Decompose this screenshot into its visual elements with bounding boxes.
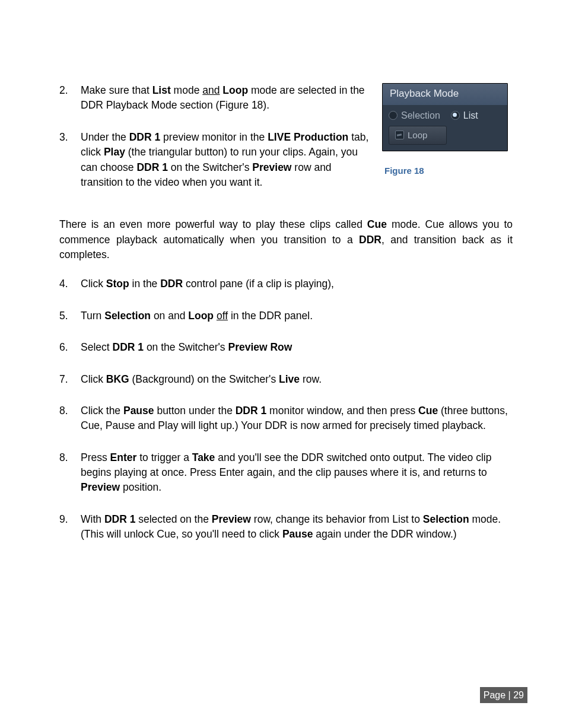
item-number: 4. <box>59 276 81 291</box>
list-item-2: 2. Make sure that List mode and Loop mod… <box>59 83 369 113</box>
item-number: 8. <box>59 450 81 495</box>
top-row: 2. Make sure that List mode and Loop mod… <box>59 83 513 206</box>
playback-mode-panel: Playback Mode Selection List Loop <box>382 83 508 151</box>
figure-column: Playback Mode Selection List Loop <box>382 83 513 177</box>
top-text-col: 2. Make sure that List mode and Loop mod… <box>59 83 369 206</box>
item-number: 3. <box>59 130 81 190</box>
item-number: 2. <box>59 83 81 113</box>
sub-list: 8. Press Enter to trigger a Take and you… <box>59 450 513 542</box>
item-number: 6. <box>59 340 81 355</box>
item-body: Press Enter to trigger a Take and you'll… <box>81 450 513 495</box>
sub-item-8: 8. Press Enter to trigger a Take and you… <box>59 450 513 495</box>
document-page: 2. Make sure that List mode and Loop mod… <box>0 0 566 728</box>
sub-item-9: 9. With DDR 1 selected on the Preview ro… <box>59 512 513 542</box>
list-item-5: 5. Turn Selection on and Loop off in the… <box>59 309 513 323</box>
list-item-6: 6. Select DDR 1 on the Switcher's Previe… <box>59 340 513 355</box>
list-item-3: 3. Under the DDR 1 preview monitor in th… <box>59 130 369 190</box>
panel-title: Playback Mode <box>383 84 507 105</box>
list-top: 2. Make sure that List mode and Loop mod… <box>59 83 369 190</box>
item-body: Turn Selection on and Loop off in the DD… <box>81 309 513 323</box>
item-body: Under the DDR 1 preview monitor in the L… <box>81 130 369 190</box>
item-body: Click the Pause button under the DDR 1 m… <box>81 403 513 434</box>
radio-label: Selection <box>401 109 440 122</box>
item-body: With DDR 1 selected on the Preview row, … <box>81 512 513 542</box>
figure-caption: Figure 18 <box>384 164 513 177</box>
item-number: 7. <box>59 372 81 387</box>
list-item-8: 8. Click the Pause button under the DDR … <box>59 403 513 434</box>
list-item-7: 7. Click BKG (Background) on the Switche… <box>59 372 513 387</box>
radio-selection[interactable]: Selection <box>389 109 440 122</box>
list-item-4: 4. Click Stop in the DDR control pane (i… <box>59 276 513 291</box>
list-mid: 4. Click Stop in the DDR control pane (i… <box>59 276 513 433</box>
page-footer: Page | 29 <box>480 687 527 703</box>
cue-paragraph: There is an even more powerful way to pl… <box>59 217 513 262</box>
item-number: 8. <box>59 403 81 434</box>
item-number: 9. <box>59 512 81 542</box>
radio-icon <box>451 111 460 120</box>
item-number: 5. <box>59 309 81 323</box>
item-body: Make sure that List mode and Loop mode a… <box>81 83 369 113</box>
loop-label: Loop <box>408 129 427 142</box>
loop-toggle[interactable]: Loop <box>389 126 447 145</box>
panel-row-loop: Loop <box>383 126 507 151</box>
item-body: Select DDR 1 on the Switcher's Preview R… <box>81 340 513 355</box>
panel-row-modes: Selection List <box>383 105 507 126</box>
item-body: Click BKG (Background) on the Switcher's… <box>81 372 513 387</box>
radio-label: List <box>463 109 478 122</box>
item-body: Click Stop in the DDR control pane (if a… <box>81 276 513 291</box>
check-icon <box>395 131 404 139</box>
radio-icon <box>389 111 398 120</box>
radio-list[interactable]: List <box>451 109 478 122</box>
